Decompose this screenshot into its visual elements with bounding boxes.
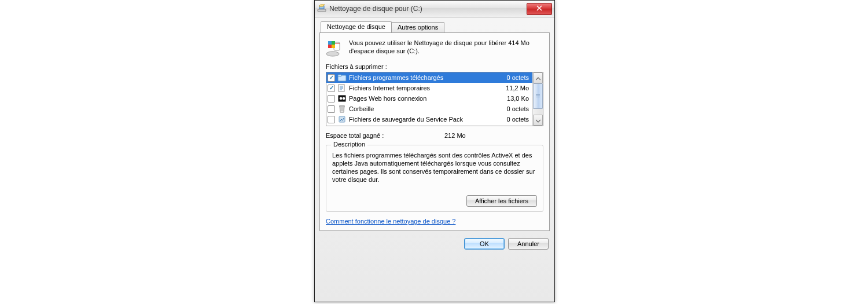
titlebar: Nettoyage de disque pour (C:) bbox=[315, 1, 554, 17]
close-icon bbox=[536, 5, 542, 12]
file-checkbox[interactable] bbox=[328, 105, 335, 113]
file-name: Fichiers Internet temporaires bbox=[349, 85, 492, 91]
tab-other-options[interactable]: Autres options bbox=[391, 22, 444, 32]
scroll-down-button[interactable] bbox=[533, 115, 543, 126]
chevron-down-icon bbox=[536, 117, 540, 124]
dialog-footer: OK Annuler bbox=[315, 233, 554, 255]
total-space-row: Espace total gagné : 212 Mo bbox=[326, 132, 543, 139]
svg-point-13 bbox=[343, 97, 345, 100]
file-checkbox[interactable] bbox=[328, 85, 335, 92]
svg-point-2 bbox=[326, 52, 339, 56]
file-type-icon bbox=[337, 115, 347, 124]
file-list-row[interactable]: Fichiers de sauvegarde du Service Pack0 … bbox=[326, 114, 532, 124]
tab-label: Nettoyage de disque bbox=[327, 23, 385, 30]
file-name: Fichiers de sauvegarde du Service Pack bbox=[349, 116, 492, 123]
svg-rect-9 bbox=[338, 75, 341, 76]
file-list-row[interactable]: Fichiers Internet temporaires11,2 Mo bbox=[326, 83, 532, 93]
files-to-delete-label: Fichiers à supprimer : bbox=[326, 63, 543, 70]
client-area: Nettoyage de disque Autres options Vous … bbox=[315, 17, 554, 233]
description-groupbox: Description Les fichiers programmes télé… bbox=[326, 145, 543, 212]
total-space-value: 212 Mo bbox=[444, 132, 543, 139]
svg-rect-0 bbox=[318, 9, 326, 12]
file-size: 0 octets bbox=[494, 116, 531, 123]
file-type-icon bbox=[337, 94, 347, 103]
file-list-row[interactable]: Corbeille0 octets bbox=[326, 104, 532, 114]
intro-row: Vous pouvez utiliser le Nettoyage de dis… bbox=[326, 39, 543, 57]
svg-rect-14 bbox=[339, 116, 345, 122]
file-type-icon bbox=[337, 73, 347, 82]
file-size: 0 octets bbox=[494, 74, 531, 81]
disk-cleanup-window: Nettoyage de disque pour (C:) Nettoyage … bbox=[314, 0, 555, 302]
file-name: Pages Web hors connexion bbox=[349, 95, 492, 102]
intro-text: Vous pouvez utiliser le Nettoyage de dis… bbox=[349, 39, 543, 57]
button-label: OK bbox=[480, 240, 489, 247]
scrollbar bbox=[532, 72, 543, 126]
file-size: 13,0 Ko bbox=[494, 95, 531, 102]
files-listbox[interactable]: Fichiers programmes téléchargés0 octetsF… bbox=[326, 72, 543, 126]
file-checkbox[interactable] bbox=[328, 74, 335, 82]
file-checkbox[interactable] bbox=[328, 116, 335, 123]
window-title: Nettoyage de disque pour (C:) bbox=[329, 5, 527, 13]
tab-disk-cleanup[interactable]: Nettoyage de disque bbox=[321, 21, 392, 32]
close-button[interactable] bbox=[527, 3, 552, 15]
description-text: Les fichiers programmes téléchargés sont… bbox=[332, 151, 537, 192]
file-list-row[interactable]: Fichiers programmes téléchargés0 octets bbox=[326, 72, 532, 83]
tab-panel: Vous pouvez utiliser le Nettoyage de dis… bbox=[319, 32, 550, 231]
files-list-content: Fichiers programmes téléchargés0 octetsF… bbox=[326, 72, 532, 126]
button-label: Afficher les fichiers bbox=[475, 197, 528, 204]
total-space-label: Espace total gagné : bbox=[326, 132, 444, 139]
file-list-row[interactable]: Pages Web hors connexion13,0 Ko bbox=[326, 93, 532, 104]
file-name: Fichiers programmes téléchargés bbox=[349, 74, 492, 81]
ok-button[interactable]: OK bbox=[464, 238, 505, 250]
svg-rect-10 bbox=[339, 85, 344, 91]
svg-rect-7 bbox=[332, 45, 335, 48]
svg-rect-5 bbox=[328, 45, 332, 48]
link-label: Comment fonctionne le nettoyage de disqu… bbox=[326, 218, 455, 225]
button-label: Annuler bbox=[517, 240, 539, 247]
disk-cleanup-title-icon bbox=[317, 4, 326, 13]
help-link[interactable]: Comment fonctionne le nettoyage de disqu… bbox=[326, 218, 455, 225]
svg-point-12 bbox=[340, 97, 343, 100]
scroll-track[interactable] bbox=[533, 83, 543, 115]
scroll-thumb[interactable] bbox=[533, 83, 543, 109]
file-type-icon bbox=[337, 104, 347, 113]
file-name: Corbeille bbox=[349, 105, 492, 112]
chevron-up-icon bbox=[536, 75, 540, 82]
file-type-icon bbox=[337, 83, 347, 93]
svg-rect-4 bbox=[328, 41, 332, 45]
tab-strip: Nettoyage de disque Autres options bbox=[321, 21, 550, 32]
file-size: 11,2 Mo bbox=[494, 85, 531, 91]
file-checkbox[interactable] bbox=[328, 95, 335, 102]
svg-rect-6 bbox=[332, 41, 335, 45]
disk-cleanup-icon bbox=[326, 39, 344, 57]
tab-label: Autres options bbox=[398, 24, 438, 31]
cancel-button[interactable]: Annuler bbox=[508, 238, 549, 250]
file-size: 0 octets bbox=[494, 105, 531, 112]
description-legend: Description bbox=[331, 141, 367, 148]
scroll-up-button[interactable] bbox=[533, 72, 543, 83]
view-files-button[interactable]: Afficher les fichiers bbox=[466, 195, 537, 207]
